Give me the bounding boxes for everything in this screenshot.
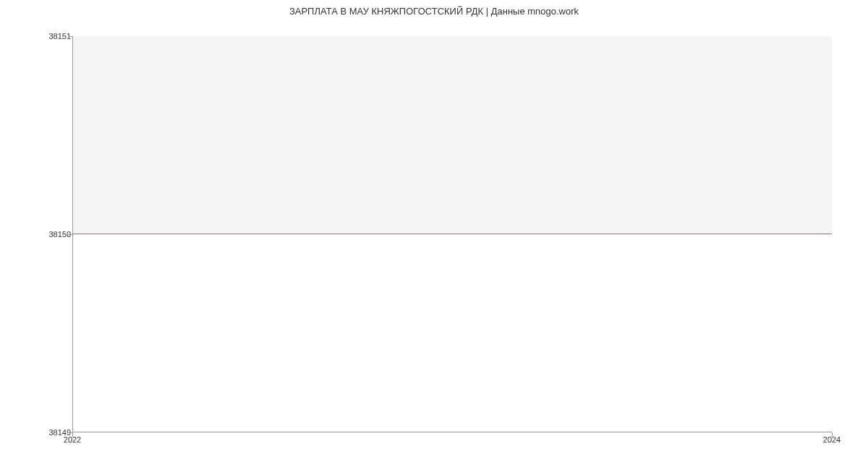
y-tick-mark [68,234,72,235]
x-tick-mark [72,432,73,437]
data-line [73,234,832,234]
y-tick-mark [68,36,72,37]
y-tick-label: 38151 [27,32,71,40]
plot-upper-region [73,36,832,234]
plot-lower-region [73,234,832,432]
y-tick-label: 38150 [27,230,71,239]
plot-area [72,36,832,432]
chart-title: ЗАРПЛАТА В МАУ КНЯЖПОГОСТСКИЙ РДК | Данн… [0,6,868,17]
x-tick-mark [832,432,833,437]
